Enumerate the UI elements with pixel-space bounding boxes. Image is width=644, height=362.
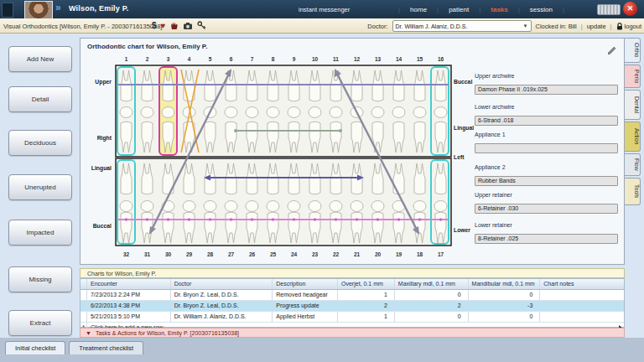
cell-maxillary: 2 (395, 301, 469, 311)
cell-mandibular: -3 (469, 301, 541, 311)
tooth-occlusal-glyph[interactable] (162, 107, 174, 118)
doctor-dropdown[interactable]: Dr. William J. Alaniz, D.D.S. ▼ (392, 20, 532, 32)
table-row-selected[interactable]: 6/22/2013 4:38 PM Dr. Bryon Z. Leal, D.D… (80, 301, 624, 312)
tooth-occlusal-glyph[interactable] (267, 107, 279, 118)
tab-flow[interactable]: Flow (625, 153, 641, 176)
tooth-occlusal-glyph[interactable] (413, 107, 426, 118)
tooth-occlusal-glyph[interactable] (288, 201, 300, 212)
nav-tasks[interactable]: tasks (481, 6, 517, 13)
tooth-occlusal-glyph[interactable] (351, 201, 363, 212)
toolbar-separator: | (610, 23, 612, 30)
tab-dental[interactable]: Dental (625, 90, 641, 120)
tooth-occlusal-glyph[interactable] (204, 201, 216, 212)
tooth-occlusal-glyph[interactable] (141, 201, 153, 212)
tab-perio[interactable]: Perio (625, 65, 641, 88)
lower-retainer-input[interactable] (475, 234, 618, 244)
tooth-occlusal-glyph[interactable] (434, 107, 447, 118)
label-buccal-left: Buccal (93, 223, 112, 229)
upper-retainer-input[interactable] (475, 204, 618, 214)
tooth-number-upper: 7 (251, 56, 254, 62)
close-button[interactable]: ✕ (623, 2, 637, 16)
col-maxillary[interactable]: Maxillary mdl, 0.1 mm (395, 279, 469, 289)
nav-separator: | (562, 6, 565, 13)
tooth-number-upper: 6 (230, 56, 233, 62)
tooth-occlusal-glyph[interactable] (288, 107, 300, 118)
tooth-number-upper: 8 (272, 56, 275, 62)
tooth-occlusal-glyph[interactable] (309, 107, 321, 118)
tooth-occlusal-glyph[interactable] (225, 201, 237, 212)
tasks-actions-band[interactable]: ▼ Tasks & Actions for Wilson, Emily P. [… (80, 328, 625, 338)
unerupted-button[interactable]: Unerupted (8, 174, 72, 200)
nav-home[interactable]: home (401, 6, 436, 13)
top-navigation: | home | patient | tasks | session | (397, 0, 565, 18)
table-row[interactable]: 5/21/2013 5:10 PM Dr. William J. Alaniz,… (80, 312, 624, 323)
detail-button[interactable]: Detail (8, 86, 72, 112)
tooth-number-lower: 32 (123, 251, 130, 257)
tooth-occlusal-glyph[interactable] (246, 201, 258, 212)
tab-tools[interactable]: Tools (625, 178, 641, 205)
instant-messenger-link[interactable]: instant messenger (299, 6, 350, 13)
bracket-dot (356, 218, 358, 220)
update-link[interactable]: update (587, 23, 606, 30)
upper-retainer-field: Upper retainer (475, 192, 617, 214)
dollar-icon[interactable]: $ (152, 21, 157, 30)
tooth-occlusal-glyph[interactable] (246, 107, 258, 118)
hand-icon[interactable] (170, 21, 179, 30)
cell-overjet: 1 (338, 290, 395, 300)
col-encounter[interactable]: Encounter (87, 279, 171, 289)
tab-initial-checklist[interactable]: Initial checklist (5, 341, 65, 354)
tooth-number-lower: 30 (165, 251, 172, 257)
col-mandibular[interactable]: Mandibular mdl, 0.1 mm (469, 279, 541, 289)
tooth-occlusal-glyph[interactable] (267, 201, 279, 212)
tooth-occlusal-glyph[interactable] (309, 201, 321, 212)
col-description[interactable]: Description (273, 279, 338, 289)
upper-archwire-input[interactable] (475, 85, 618, 95)
tooth-occlusal-glyph[interactable] (371, 107, 384, 118)
collapse-caret-icon[interactable]: ▼ (86, 330, 91, 336)
tooth-occlusal-glyph[interactable] (371, 201, 384, 212)
table-row[interactable]: 7/23/2013 2:24 PM Dr. Bryon Z. Leal, D.D… (80, 290, 624, 301)
chevron-right-icon: » (55, 2, 61, 13)
tooth-occlusal-glyph[interactable] (141, 107, 153, 118)
camera-icon[interactable] (183, 22, 193, 30)
tooth-occlusal-glyph[interactable] (225, 107, 237, 118)
tooth-occlusal-glyph[interactable] (413, 201, 426, 212)
lower-archwire-input[interactable] (475, 116, 618, 126)
edit-pencil-icon[interactable] (607, 44, 616, 59)
impacted-button[interactable]: Impacted (8, 220, 72, 246)
deciduous-button[interactable]: Deciduous (8, 130, 72, 156)
tooth-occlusal-glyph[interactable] (330, 107, 342, 118)
nav-session[interactable]: session (521, 6, 562, 13)
heart-icon[interactable]: ♥ (161, 22, 166, 30)
col-overjet[interactable]: Overjet, 0.1 mm (338, 279, 395, 289)
extract-button[interactable]: Extract (8, 310, 72, 336)
col-doctor[interactable]: Doctor (171, 279, 273, 289)
app-corner-icon (2, 3, 13, 18)
tooth-occlusal-glyph[interactable] (392, 107, 405, 118)
tooth-number-upper: 12 (354, 56, 361, 62)
tooth-occlusal-glyph[interactable] (330, 201, 342, 212)
tooth-number-lower: 18 (417, 251, 423, 257)
tab-treatment-checklist[interactable]: Treatment checklist (69, 341, 143, 354)
add-new-button[interactable]: Add New (8, 46, 72, 72)
module-toolbar: Visual Orthodontics [Wilson, Emily P. - … (0, 18, 644, 34)
tab-ortho[interactable]: Ortho (625, 38, 641, 63)
charts-band[interactable]: Charts for Wilson, Emily P. (80, 268, 625, 278)
key-icon[interactable] (197, 21, 206, 30)
bracket-dot (209, 218, 211, 220)
tooth-number-lower: 25 (270, 251, 277, 257)
appliance-1-input[interactable] (475, 143, 618, 153)
col-chart-notes[interactable]: Chart notes (540, 279, 624, 289)
tab-action[interactable]: Action (625, 122, 641, 152)
missing-button[interactable]: Missing (8, 266, 72, 292)
bracket-dot (397, 218, 400, 220)
tooth-occlusal-glyph[interactable] (120, 201, 132, 212)
bracket-dot (418, 218, 421, 220)
tooth-occlusal-glyph[interactable] (183, 201, 195, 212)
appliance-2-input[interactable] (475, 176, 618, 186)
mini-toolbar-button[interactable] (597, 4, 621, 15)
nav-patient[interactable]: patient (439, 6, 478, 13)
tooth-occlusal-glyph[interactable] (434, 201, 447, 212)
tooth-occlusal-glyph[interactable] (120, 107, 132, 118)
logout-link[interactable]: logout (616, 23, 641, 30)
